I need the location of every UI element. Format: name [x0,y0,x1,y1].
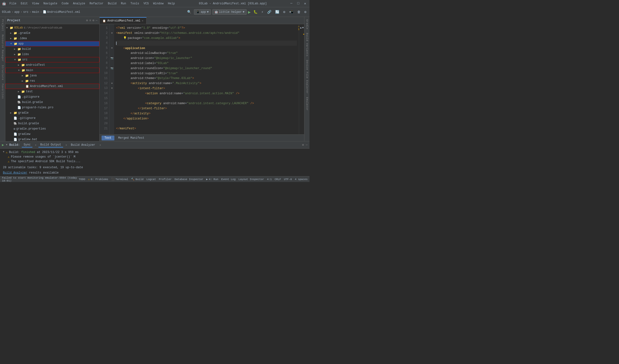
build-variants-button[interactable]: Build Variants [305,31,309,58]
status-line-sep[interactable]: CRLF [275,178,281,181]
breadcrumb-app[interactable]: app [14,10,20,14]
build-analyzer-link[interactable]: Build Analyzer [3,171,27,174]
status-build[interactable]: 🔨 Build [131,178,143,181]
search-everywhere-icon[interactable]: 🔍 [186,9,193,15]
menu-edit[interactable]: Edit [19,1,30,6]
minimize-button[interactable]: ─ [289,1,294,6]
breadcrumb-main[interactable]: main [32,10,39,14]
build-tab-analyzer-close[interactable]: ✕ [100,144,101,146]
tree-item-java[interactable]: ▶ 📁 java [5,73,99,78]
tab-merged-manifest[interactable]: Merged Manifest [115,136,147,140]
tree-item-proguard[interactable]: ▶ 📄 proguard-rules.pro [5,105,99,110]
status-terminal[interactable]: ⬛ Terminal [111,178,128,181]
tree-root[interactable]: ▼ 📁 03Lab E:\Project\Android\03Lab [5,25,99,30]
status-run[interactable]: ▶ 4: Run [206,178,218,181]
resource-manager-button[interactable]: Resource Manager [1,33,4,63]
tree-item-res[interactable]: ▶ 📁 res [5,78,99,84]
emulator-button[interactable]: Emulator [305,96,309,112]
menu-help[interactable]: Help [166,1,177,6]
tree-item-buildgradle-root[interactable]: ▶ 🐘 build.gradle [5,121,99,126]
editor-tab-manifest[interactable]: 📋 AndroidManifest.xml ✕ [100,17,147,24]
status-logcat[interactable]: Logcat [146,178,156,181]
tree-item-gradlew[interactable]: ▶ 📄 gradlew [5,131,99,137]
status-event-log[interactable]: Event Log [221,178,236,181]
wipe-icon[interactable]: 🗑 [296,9,302,15]
menu-view[interactable]: View [30,1,41,6]
sdk-manager-icon[interactable]: ⚙ [282,9,286,15]
structure-button[interactable]: Structure [1,64,4,82]
maximize-button[interactable]: □ [296,1,301,6]
status-problems[interactable]: ⚠ 6: Problems [88,178,108,181]
status-todo[interactable]: TODO [79,178,85,181]
menu-refactor[interactable]: Refactor [87,1,105,6]
avd-manager-icon[interactable]: 📲 [288,9,295,15]
app-selector-button[interactable]: 📱 app ▼ [194,9,211,15]
gutter-down-arrow[interactable]: ▼ [302,26,304,29]
status-database[interactable]: Database Inspector [175,178,203,181]
tree-item-gitignore-root[interactable]: ▶ 📄 .gitignore [5,115,99,121]
build-toggle-1[interactable]: ▼ [3,151,4,153]
status-indent[interactable]: 4 spaces [295,178,308,181]
code-content[interactable]: <?xml version="1.0" encoding="utf-8"?> <… [114,24,299,134]
code-line-4[interactable] [116,41,297,46]
tree-item-app[interactable]: ▼ 📁 app [5,41,99,46]
tree-item-gitignore-app[interactable]: ▶ 📄 .gitignore [5,94,99,99]
menu-tools[interactable]: Tools [129,1,141,6]
build-tab-sync[interactable]: Sync [22,143,33,147]
menu-window[interactable]: Window [151,1,165,6]
menu-vcs[interactable]: VCS [142,1,151,6]
project-tool-button[interactable]: Project [1,18,4,33]
gradle-panel-button[interactable]: Gradle [305,18,309,31]
project-gear-icon[interactable]: ⚙ [93,19,94,22]
tree-item-libs[interactable]: ▶ 📁 libs [5,52,99,57]
tree-item-gradlewbat[interactable]: ▶ 📄 gradlew.bat [5,137,99,141]
fold-13[interactable]: ▼ [110,86,114,91]
tree-item-test[interactable]: ▶ 📁 test [5,89,99,94]
project-minimize-icon[interactable]: ─ [96,19,98,22]
tree-item-main[interactable]: ▼ 📁 main [5,68,99,73]
breadcrumb-project[interactable]: 03Lab [2,10,11,14]
little-helper-button[interactable]: 🤖 little helper ▼ [212,9,247,15]
close-button[interactable]: ✕ [303,1,308,6]
menu-run[interactable]: Run [119,1,128,6]
build-tab-sync-close[interactable]: ✕ [35,144,36,146]
fold-2[interactable]: ▼ [110,31,114,36]
tree-item-androidtest[interactable]: ▶ 📁 androidTest [5,62,99,68]
build-tab-analyzer[interactable]: Build Analyzer [69,143,97,147]
build-tab-output[interactable]: Build Output [39,143,63,147]
status-profiler[interactable]: Profiler [159,178,172,181]
build-minimize-icon[interactable]: ─ [306,143,308,147]
project-sync-icon[interactable]: ≡ [89,19,91,22]
tree-item-buildgradle-app[interactable]: ▶ 🐘 build.gradle [5,99,99,105]
build-tree-toggle[interactable]: ▼ [6,144,7,146]
fold-5[interactable]: ▼ [110,46,114,51]
fold-12[interactable]: ▼ [110,81,114,86]
tree-item-build[interactable]: ▶ 📁 build [5,46,99,52]
tree-item-idea[interactable]: ▶ 📁 .idea [5,36,99,41]
tab-text[interactable]: Text [101,136,114,140]
run-button[interactable]: ▶ [248,9,251,15]
tree-item-androidmanifest[interactable]: ▶ 📋 AndroidManifest.xml [5,84,99,89]
tree-item-gradleprop[interactable]: ▶ ⚙ gradle.properties [5,126,99,131]
profile-button[interactable]: ⚡ [260,9,265,15]
device-file-explorer-button[interactable]: Device File Explorer [305,58,309,95]
build-settings-icon[interactable]: ⚙ [302,143,304,147]
tab-close-icon[interactable]: ✕ [142,19,143,22]
menu-code[interactable]: Code [60,1,70,6]
build-run-icon[interactable]: ▶ [2,143,4,147]
gutter-up-arrow[interactable]: ▲ [300,26,302,29]
menu-build[interactable]: Build [106,1,118,6]
menu-file[interactable]: File [8,1,18,6]
project-settings-icon[interactable]: ⚙ [86,19,88,22]
tree-item-gradle-root[interactable]: ▶ 📁 gradle [5,110,99,115]
menu-navigate[interactable]: Navigate [41,1,59,6]
status-encoding[interactable]: UTF-8 [284,178,292,181]
debug-button[interactable]: 🐛 [252,9,259,15]
status-layout[interactable]: Layout Inspector [239,178,264,181]
breadcrumb-src[interactable]: src [23,10,28,14]
settings-icon[interactable]: ⚙ [303,9,308,15]
tree-item-gradle-dir[interactable]: ▶ 📁 .gradle [5,30,99,36]
favorites-button[interactable]: Favorites [1,82,4,100]
attach-debugger-icon[interactable]: 🔗 [266,9,272,15]
sync-icon[interactable]: 🔄 [274,9,281,15]
